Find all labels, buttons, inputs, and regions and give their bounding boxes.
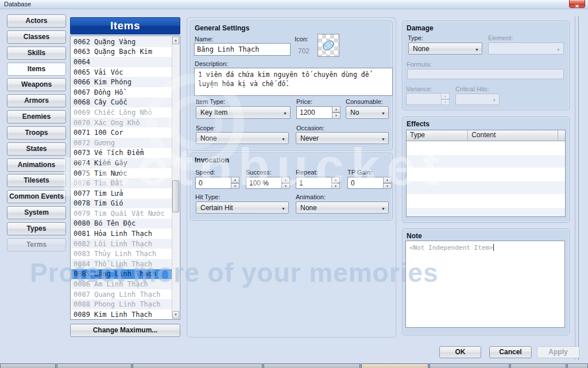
scope-select[interactable]: None bbox=[196, 132, 289, 144]
taskbar-window-segment[interactable] bbox=[510, 363, 566, 368]
description-input[interactable]: 1 viên đá chứa kim nguyên tố chuyên dùng… bbox=[194, 68, 393, 96]
list-item[interactable]: 0074Kiếm Gãy bbox=[71, 158, 172, 168]
spin-up-icon[interactable] bbox=[281, 177, 290, 183]
icon-picker[interactable] bbox=[318, 34, 339, 57]
change-maximum-button[interactable]: Change Maximum... bbox=[70, 324, 180, 337]
taskbar-window-segment[interactable] bbox=[264, 363, 360, 368]
list-item[interactable]: 0069Chiếc Lông Nhỏ bbox=[71, 107, 172, 118]
list-item[interactable]: 0083Thủy Linh Thạch bbox=[71, 249, 172, 259]
list-item[interactable]: 0086Ám Linh Thạch bbox=[71, 279, 172, 289]
sidebar-item-classes[interactable]: Classes bbox=[7, 30, 66, 44]
list-item[interactable]: 0064 bbox=[71, 57, 172, 67]
close-button[interactable] bbox=[569, 0, 585, 8]
note-text: <Not Independent Item> bbox=[409, 244, 493, 251]
sidebar-item-states[interactable]: States bbox=[7, 142, 66, 156]
list-item[interactable]: 0063Quặng Bạch Kim bbox=[71, 47, 172, 57]
scroll-up-icon[interactable] bbox=[172, 37, 179, 44]
sidebar-item-armors[interactable]: Armors bbox=[7, 94, 66, 107]
taskbar-window-segment[interactable] bbox=[57, 363, 131, 368]
damage-type-select[interactable]: None bbox=[408, 42, 482, 55]
success-value: 100 % bbox=[246, 177, 281, 189]
list-item[interactable]: 0075Tim Nước bbox=[71, 168, 172, 179]
sidebar-item-system[interactable]: System bbox=[7, 206, 66, 219]
tp-gain-stepper[interactable]: 0 bbox=[347, 177, 392, 189]
ok-button[interactable]: OK bbox=[439, 346, 481, 358]
scroll-thumb[interactable] bbox=[172, 180, 179, 212]
spin-down-icon[interactable] bbox=[332, 113, 341, 119]
speed-stepper[interactable]: 0 bbox=[195, 177, 239, 189]
sidebar-item-troops[interactable]: Troops bbox=[7, 126, 66, 140]
list-item[interactable]: 0078Tim Gió bbox=[71, 199, 172, 209]
list-item[interactable]: 0072Gương bbox=[71, 138, 172, 148]
list-item[interactable]: 0085Băng Linh Thạch bbox=[71, 269, 172, 280]
list-item[interactable]: 0077Tim Lửa bbox=[71, 188, 172, 199]
list-item[interactable]: 0076Tim Đất bbox=[71, 178, 172, 188]
sidebar-item-animations[interactable]: Animations bbox=[7, 158, 66, 172]
name-input[interactable]: Băng Linh Thạch bbox=[194, 43, 291, 56]
sidebar-item-skills[interactable]: Skills bbox=[7, 47, 66, 60]
list-item[interactable]: 0087Quang Linh Thạch bbox=[71, 289, 172, 300]
repeat-stepper[interactable]: 1 bbox=[296, 177, 340, 189]
animation-select[interactable]: None bbox=[296, 202, 389, 214]
list-item[interactable]: 0081Hỏa Linh Thạch bbox=[71, 228, 172, 239]
item-type-select[interactable]: Key Item bbox=[196, 106, 291, 119]
item-id: 0069 bbox=[74, 109, 90, 117]
taskbar-window-segment[interactable] bbox=[0, 363, 56, 368]
taskbar-window-segment[interactable] bbox=[430, 363, 509, 368]
item-name: Ám Linh Thạch bbox=[94, 280, 148, 288]
spin-up-icon[interactable] bbox=[231, 177, 239, 183]
list-item[interactable]: 0068Cây Cuốc bbox=[71, 98, 172, 108]
sidebar-item-common-events[interactable]: Common Events bbox=[7, 190, 66, 203]
effects-table-body[interactable] bbox=[407, 141, 565, 216]
taskbar-window-segment[interactable] bbox=[361, 363, 428, 368]
list-item[interactable]: 0082Lôi Linh Thạch bbox=[71, 239, 172, 249]
sidebar-item-terms[interactable]: Terms bbox=[7, 238, 66, 251]
list-item[interactable]: 0067Đồng Hồ bbox=[71, 87, 172, 98]
spin-down-icon[interactable] bbox=[281, 183, 290, 189]
damage-type-label: Type: bbox=[408, 34, 423, 41]
list-item[interactable]: 0070Xác Ong Khô bbox=[71, 118, 172, 128]
sidebar-item-weapons[interactable]: Weapons bbox=[7, 78, 66, 91]
price-stepper[interactable]: 1200 bbox=[296, 106, 341, 119]
taskbar-window-segment[interactable] bbox=[567, 363, 588, 368]
hit-type-select[interactable]: Certain Hit bbox=[196, 202, 289, 214]
list-item[interactable]: 0080Bó Tên Độc bbox=[71, 219, 172, 229]
list-item[interactable]: 0088Phong Linh Thạch bbox=[71, 299, 172, 309]
list-item[interactable]: 0062Quặng Vàng bbox=[71, 37, 172, 47]
sidebar-item-tilesets[interactable]: Tilesets bbox=[7, 174, 66, 187]
spin-down-icon[interactable] bbox=[331, 183, 340, 189]
list-item[interactable]: 0066Kim Phóng bbox=[71, 77, 172, 87]
success-stepper[interactable]: 100 % bbox=[246, 177, 290, 189]
spin-up-icon[interactable] bbox=[331, 177, 340, 183]
list-item[interactable]: 0084Thổ Linh Thạch bbox=[71, 259, 172, 269]
consumable-select[interactable]: No bbox=[346, 106, 389, 119]
taskbar-window-segment[interactable] bbox=[133, 363, 262, 368]
item-name: Gương bbox=[94, 139, 115, 147]
animation-label: Animation: bbox=[296, 193, 326, 200]
scope-value: None bbox=[200, 134, 217, 142]
item-list[interactable]: 0062Quặng Vàng0063Quặng Bạch Kim00640065… bbox=[70, 36, 180, 320]
spin-down-icon[interactable] bbox=[231, 183, 239, 189]
item-id: 0063 bbox=[74, 48, 90, 56]
list-item[interactable]: 0079Tim Quái Vật Nước bbox=[71, 208, 172, 219]
sidebar-item-actors[interactable]: Actors bbox=[7, 14, 66, 28]
spin-up-icon[interactable] bbox=[383, 177, 392, 183]
sidebar-item-types[interactable]: Types bbox=[7, 222, 66, 235]
list-item[interactable]: 0065Vải Vóc bbox=[71, 67, 172, 78]
cancel-button[interactable]: Cancel bbox=[489, 346, 532, 358]
formula-label: Formula: bbox=[407, 61, 431, 68]
spin-up-icon[interactable] bbox=[332, 106, 341, 113]
note-textarea[interactable]: <Not Independent Item> bbox=[405, 241, 565, 328]
list-item[interactable]: 0089Kim Linh Thạch bbox=[71, 309, 172, 319]
occasion-select[interactable]: Never bbox=[296, 132, 389, 144]
sidebar-item-enemies[interactable]: Enemies bbox=[7, 110, 66, 123]
effects-table[interactable]: Type Content bbox=[406, 130, 566, 217]
list-item[interactable]: 0073Vé Tích Điểm bbox=[71, 148, 172, 158]
list-item[interactable]: 0071100 Cor bbox=[71, 127, 172, 138]
scroll-down-icon[interactable] bbox=[172, 311, 179, 319]
scrollbar[interactable] bbox=[172, 37, 179, 319]
sidebar-item-items[interactable]: Items bbox=[7, 63, 66, 76]
spin-down-icon[interactable] bbox=[383, 183, 392, 189]
window-right-border bbox=[575, 16, 575, 360]
item-id: 0072 bbox=[74, 139, 90, 147]
